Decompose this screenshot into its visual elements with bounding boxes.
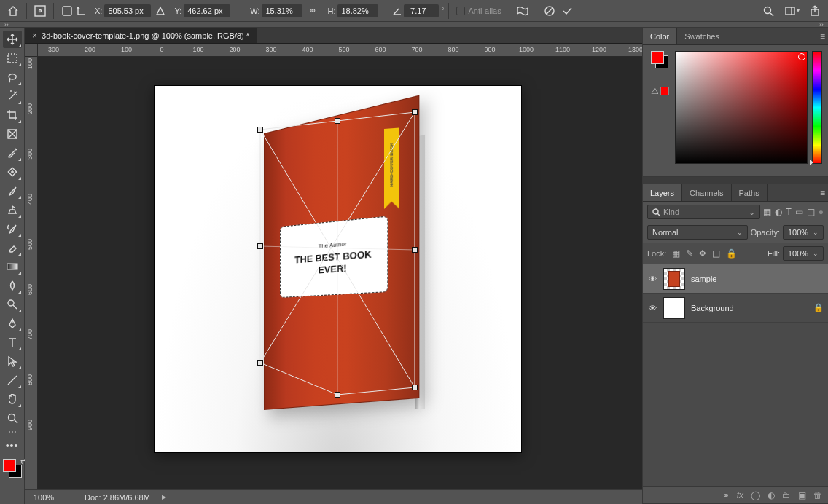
opacity-select[interactable]: 100% ⌄ [783,225,824,240]
crop-tool[interactable] [3,106,22,124]
link-layers-icon[interactable]: ⚭ [722,490,730,500]
layer-row[interactable]: 👁 Background 🔒 [643,294,828,323]
gradient-tool[interactable] [3,258,22,275]
eyedropper-tool[interactable] [3,144,22,162]
smart-filter-icon[interactable]: ◫ [807,207,815,217]
magic-wand-tool[interactable] [3,87,22,105]
warp-icon[interactable] [514,3,531,19]
color-field[interactable] [675,51,808,164]
tab-color[interactable]: Color [643,28,677,44]
transform-origin-icon[interactable] [31,3,49,19]
chevron-icon[interactable]: ›› [4,21,9,28]
dodge-tool[interactable] [3,296,22,313]
lock-position-icon[interactable]: ✥ [699,248,706,259]
lock-paint-icon[interactable]: ✎ [686,248,693,259]
layer-filter-icons[interactable]: ▦ ◐ T ▭ ◫ ● [763,207,824,217]
visibility-icon[interactable]: 👁 [647,275,657,283]
fx-icon[interactable]: fx [737,490,743,500]
artboard[interactable]: HARD-COVER BOOK The Author THE BEST BOOK… [155,86,521,452]
blur-tool[interactable] [3,277,22,294]
delta-icon[interactable] [154,3,167,19]
layer-thumb[interactable] [663,268,685,290]
group-icon[interactable]: 🗀 [782,490,791,500]
filter-toggle-icon[interactable]: ● [819,207,824,217]
healing-brush-tool[interactable] [3,163,22,181]
document-tab[interactable]: × 3d-book-cover-template-1.png @ 100% (s… [25,28,257,43]
lasso-tool[interactable] [3,68,22,86]
color-cursor[interactable] [798,53,805,60]
zoom-tool[interactable] [3,409,22,427]
type-tool[interactable] [3,334,22,351]
trash-icon[interactable]: 🗑 [813,490,822,500]
eraser-tool[interactable] [3,239,22,256]
lock-icon[interactable]: 🔒 [813,303,824,312]
lock-transparent-icon[interactable]: ▦ [672,248,680,259]
adjust-filter-icon[interactable]: ◐ [775,207,782,217]
transform-xy-icon[interactable] [76,3,87,19]
search-icon[interactable] [759,3,777,19]
lock-artboard-icon[interactable]: ◫ [712,248,720,259]
frame-tool[interactable] [3,125,22,143]
ruler-vertical[interactable]: 100200300400500600700800900 [25,57,38,489]
foreground-color-swatch[interactable] [3,459,16,472]
commit-transform-icon[interactable] [558,3,576,19]
path-selection-tool[interactable] [3,353,22,370]
tab-layers[interactable]: Layers [643,184,682,201]
tab-channels[interactable]: Channels [682,184,731,201]
fg-color[interactable] [651,51,664,64]
home-icon[interactable] [4,3,22,19]
panel-menu-icon[interactable]: ≡ [820,31,825,42]
angle-input[interactable] [404,4,439,17]
marquee-tool[interactable] [3,50,22,67]
layer-row[interactable]: 👁 sample [643,264,828,294]
link-wh-icon[interactable]: ⚭ [305,3,320,19]
blend-mode-select[interactable]: Normal ⌄ [647,225,748,240]
color-swatch-stack[interactable] [651,51,668,68]
status-menu-icon[interactable]: ▶ [162,494,166,500]
hand-tool[interactable] [3,390,22,408]
zoom-value[interactable]: 100% [29,493,73,502]
brush-tool[interactable] [3,182,22,200]
shape-filter-icon[interactable]: ▭ [795,207,803,217]
pixel-filter-icon[interactable]: ▦ [763,207,771,217]
fill-select[interactable]: 100% ⌄ [783,246,824,261]
layer-name[interactable]: sample [691,275,716,283]
canvas[interactable]: HARD-COVER BOOK The Author THE BEST BOOK… [38,57,642,489]
svg-rect-10 [7,264,17,269]
tab-swatches[interactable]: Swatches [677,28,727,44]
layer-filter-kind[interactable]: Kind ⌄ [647,205,760,219]
ruler-horizontal[interactable]: -300-200-1000100200300400500600700800900… [38,44,642,57]
x-input[interactable] [104,4,151,17]
new-layer-icon[interactable]: ▣ [798,490,806,500]
antialias-checkbox[interactable] [456,7,465,15]
tab-paths[interactable]: Paths [732,184,768,201]
visibility-icon[interactable]: 👁 [647,304,657,312]
h-input[interactable] [337,4,378,17]
foreground-background-swatch[interactable]: ⇄ [3,459,22,478]
type-filter-icon[interactable]: T [786,207,791,217]
move-tool[interactable] [3,31,22,48]
panel-menu-icon[interactable]: ≡ [820,188,825,198]
w-input[interactable] [262,4,302,17]
history-brush-tool[interactable] [3,220,22,237]
adjustment-icon[interactable]: ◐ [768,490,775,500]
y-input[interactable] [184,4,230,17]
clone-stamp-tool[interactable] [3,201,22,218]
cancel-transform-icon[interactable] [541,3,558,19]
pen-tool[interactable] [3,315,22,332]
gamut-warning-icon[interactable]: ⚠ [651,86,669,96]
layer-thumb[interactable] [663,297,685,319]
share-icon[interactable] [806,3,824,19]
ruler-origin[interactable] [25,44,38,57]
hue-slider[interactable] [812,51,822,164]
angle-icon[interactable] [391,3,404,19]
mask-icon[interactable]: ◯ [751,490,760,500]
reference-point-icon[interactable] [58,3,76,19]
lock-all-icon[interactable]: 🔒 [726,248,737,259]
antialias-field[interactable]: Anti-alias [456,7,501,15]
layer-name[interactable]: Background [691,304,734,312]
edit-toolbar-icon[interactable]: ••• [3,437,22,454]
line-tool[interactable] [3,371,22,389]
close-icon[interactable]: × [32,31,37,41]
workspace-icon[interactable]: ▾ [783,3,800,19]
